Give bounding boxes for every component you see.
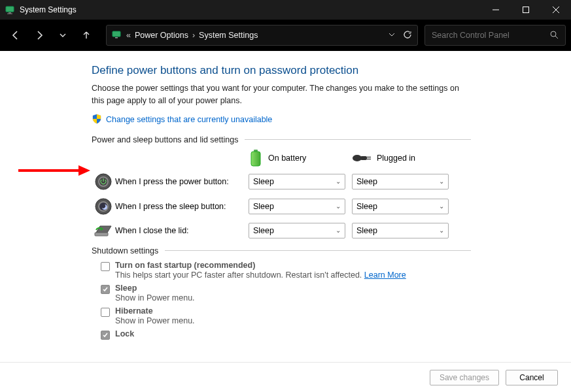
address-bar[interactable]: « Power Options › System Settings	[106, 25, 418, 46]
power-button-plugged-select[interactable]: Sleep⌄	[352, 174, 449, 189]
power-section-label: Power and sleep buttons and lid settings	[92, 135, 238, 144]
chevron-down-icon: ⌄	[336, 203, 341, 210]
back-button[interactable]	[5, 25, 26, 46]
control-panel-icon	[112, 29, 122, 42]
svg-rect-1	[9, 12, 11, 14]
power-button-icon	[92, 173, 115, 190]
nav-bar: « Power Options › System Settings	[0, 20, 571, 51]
lid-plugged-select[interactable]: Sleep⌄	[352, 223, 449, 238]
window-title: System Settings	[20, 5, 481, 14]
learn-more-link[interactable]: Learn More	[364, 270, 406, 280]
on-battery-header: On battery	[249, 150, 352, 167]
app-icon	[5, 5, 16, 15]
page-title: Define power buttons and turn on passwor…	[92, 64, 471, 77]
svg-rect-10	[251, 152, 260, 166]
power-button-battery-select[interactable]: Sleep⌄	[249, 174, 345, 189]
svg-rect-5	[115, 37, 118, 39]
divider	[245, 139, 471, 140]
svg-rect-0	[6, 7, 14, 12]
uac-shield-icon	[92, 114, 102, 126]
fast-startup-sub: This helps start your PC faster after sh…	[115, 270, 406, 280]
hibernate-title: Hibernate	[115, 306, 195, 316]
fast-startup-title: Turn on fast startup (recommended)	[115, 261, 406, 270]
lid-label: When I close the lid:	[115, 226, 249, 235]
lock-title: Lock	[115, 329, 134, 338]
svg-point-11	[353, 155, 362, 161]
svg-rect-4	[112, 31, 120, 37]
chevron-down-icon: ⌄	[336, 178, 341, 185]
chevron-down-icon: ⌄	[439, 227, 444, 234]
search-input[interactable]	[432, 31, 549, 40]
lock-checkbox[interactable]	[101, 331, 110, 340]
page-description: Choose the power settings that you want …	[92, 82, 471, 107]
fast-startup-checkbox[interactable]	[101, 262, 110, 271]
refresh-button[interactable]	[403, 30, 412, 41]
change-settings-link[interactable]: Change settings that are currently unava…	[106, 115, 272, 124]
plug-icon	[352, 152, 372, 164]
svg-point-6	[551, 31, 556, 37]
forward-button[interactable]	[29, 25, 50, 46]
power-button-label: When I press the power button:	[115, 177, 249, 186]
search-box[interactable]	[424, 25, 566, 46]
up-button[interactable]	[76, 25, 97, 46]
hibernate-checkbox[interactable]	[101, 308, 110, 317]
plugged-in-header: Plugged in	[352, 152, 455, 164]
hibernate-sub: Show in Power menu.	[115, 316, 195, 325]
maximize-button[interactable]	[511, 0, 541, 20]
sleep-button-battery-select[interactable]: Sleep⌄	[249, 199, 345, 214]
addressbar-dropdown[interactable]	[389, 31, 395, 40]
shutdown-section-label: Shutdown settings	[92, 246, 158, 255]
svg-rect-21	[95, 233, 108, 236]
close-button[interactable]	[541, 0, 571, 20]
chevron-down-icon: ⌄	[336, 227, 341, 234]
breadcrumb-power-options[interactable]: Power Options	[135, 31, 188, 40]
sleep-sub: Show in Power menu.	[115, 293, 195, 302]
svg-rect-3	[523, 7, 529, 13]
breadcrumb-prefix-chevron[interactable]: «	[126, 31, 131, 40]
title-bar: System Settings	[0, 0, 571, 20]
minimize-button[interactable]	[481, 0, 511, 20]
breadcrumb-system-settings[interactable]: System Settings	[199, 31, 258, 40]
svg-rect-2	[7, 14, 12, 14]
sleep-button-icon	[92, 198, 115, 215]
content-scroll-area[interactable]: Define power buttons and turn on passwor…	[0, 51, 564, 362]
divider	[165, 250, 471, 251]
chevron-down-icon: ⌄	[439, 203, 444, 210]
sleep-button-label: When I press the sleep button:	[115, 202, 249, 211]
battery-icon	[249, 150, 263, 167]
footer: Save changes Cancel	[0, 362, 571, 392]
search-icon[interactable]	[549, 30, 559, 41]
save-changes-button[interactable]: Save changes	[430, 370, 499, 385]
cancel-button[interactable]: Cancel	[506, 370, 558, 385]
lid-battery-select[interactable]: Sleep⌄	[249, 223, 345, 238]
chevron-down-icon: ⌄	[439, 178, 444, 185]
lid-icon	[92, 223, 115, 238]
svg-rect-12	[360, 156, 367, 160]
recent-dropdown[interactable]	[52, 25, 73, 46]
sleep-checkbox[interactable]	[101, 285, 110, 294]
sleep-title: Sleep	[115, 284, 195, 293]
sleep-button-plugged-select[interactable]: Sleep⌄	[352, 199, 449, 214]
chevron-right-icon: ›	[192, 31, 195, 40]
